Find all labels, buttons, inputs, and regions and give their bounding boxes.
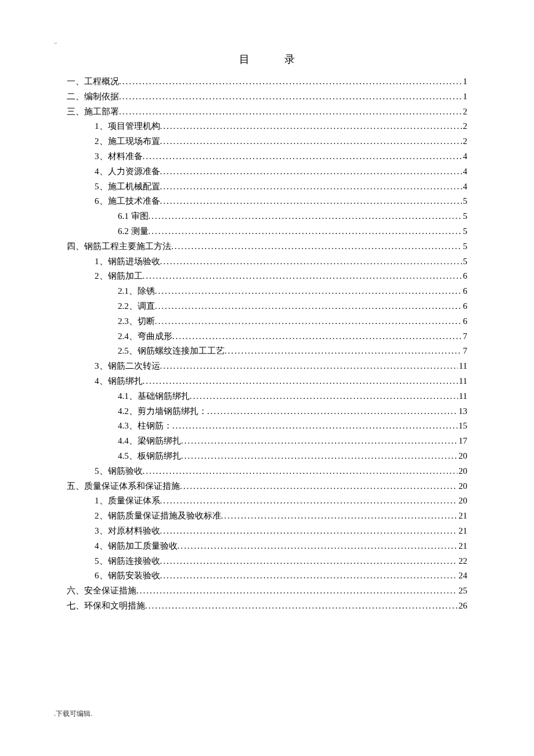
toc-leader-dots — [155, 299, 462, 314]
toc-page-number: 6 — [462, 299, 468, 314]
toc-entry: 6、钢筋安装验收24 — [67, 568, 467, 584]
toc-label: 4.3、柱钢筋： — [118, 419, 172, 434]
toc-label: 一、工程概况 — [67, 74, 119, 89]
toc-entry: 4.5、板钢筋绑扎20 — [67, 449, 467, 464]
toc-leader-dots — [181, 434, 457, 449]
toc-entry: 2.5、钢筋螺纹连接加工工艺7 — [67, 344, 467, 359]
toc-entry: 2.4、弯曲成形7 — [67, 329, 467, 344]
toc-page-number: 2 — [462, 119, 468, 134]
toc-page-number: 1 — [462, 74, 468, 89]
toc-label: 4、人力资源准备 — [95, 164, 160, 179]
toc-leader-dots — [172, 329, 462, 344]
toc-page-number: 21 — [457, 539, 467, 554]
toc-page-number: 26 — [457, 599, 467, 614]
toc-page-number: 20 — [457, 449, 467, 464]
toc-page-number: 4 — [462, 179, 468, 195]
toc-page-number: 4 — [462, 164, 468, 179]
toc-page-number: 17 — [457, 434, 467, 449]
toc-page-number: 6 — [462, 269, 468, 284]
toc-page-number: 4 — [462, 149, 468, 164]
toc-leader-dots — [145, 599, 457, 614]
toc-leader-dots — [119, 89, 462, 105]
toc-leader-dots — [143, 464, 458, 479]
toc-label: 6.1 审图 — [118, 209, 149, 224]
toc-entry: 5、施工机械配置4 — [67, 179, 467, 195]
toc-leader-dots — [160, 119, 462, 134]
toc-label: 2、钢筋加工 — [95, 269, 143, 284]
page-marker: .. — [54, 38, 57, 45]
toc-label: 2.5、钢筋螺纹连接加工工艺 — [118, 344, 225, 359]
toc-entry: 4.3、柱钢筋：15 — [67, 419, 467, 434]
toc-label: 五、质量保证体系和保证措施 — [67, 479, 180, 494]
toc-entry: 3、对原材料验收21 — [67, 524, 467, 539]
toc-label: 6、钢筋安装验收 — [95, 568, 160, 584]
toc-label: 3、对原材料验收 — [95, 524, 160, 539]
toc-leader-dots — [149, 209, 462, 224]
toc-entry: 5、钢筋验收20 — [67, 464, 467, 479]
toc-page-number: 11 — [458, 359, 467, 374]
toc-page-number: 13 — [457, 404, 467, 419]
toc-leader-dots — [160, 194, 462, 209]
toc-entry: 五、质量保证体系和保证措施20 — [67, 479, 467, 494]
toc-entry: 6.2 测量5 — [67, 224, 467, 239]
toc-leader-dots — [160, 164, 462, 179]
toc-page-number: 6 — [462, 314, 468, 329]
toc-entry: 1、质量保证体系20 — [67, 494, 467, 509]
toc-page-number: 11 — [458, 389, 467, 404]
toc-label: 6、施工技术准备 — [95, 194, 160, 209]
toc-leader-dots — [178, 539, 458, 554]
toc-label: 4.4、梁钢筋绑扎 — [118, 434, 181, 449]
toc-label: 2、施工现场布置 — [95, 134, 160, 149]
toc-entry: 4、钢筋加工质量验收21 — [67, 539, 467, 554]
toc-page-number: 6 — [462, 284, 468, 299]
footer-text: .下载可编辑. — [54, 709, 92, 719]
toc-entry: 二、编制依据1 — [67, 89, 467, 105]
document-content: 目录 一、工程概况1二、编制依据1三、施工部署21、项目管理机构22、施工现场布… — [0, 0, 534, 614]
toc-leader-dots — [160, 134, 462, 149]
toc-label: 1、钢筋进场验收 — [95, 254, 160, 269]
toc-page-number: 5 — [462, 209, 468, 224]
toc-page-number: 7 — [462, 329, 468, 344]
toc-page-number: 24 — [457, 568, 467, 584]
toc-leader-dots — [160, 254, 462, 269]
toc-entry: 4.2、剪力墙钢筋绑扎：13 — [67, 404, 467, 419]
toc-entry: 2.1、除锈6 — [67, 284, 467, 299]
toc-leader-dots — [181, 449, 457, 464]
toc-title: 目录 — [67, 52, 467, 66]
toc-leader-dots — [190, 389, 458, 404]
toc-label: 六、安全保证措施 — [67, 584, 136, 599]
toc-entry: 4、人力资源准备4 — [67, 164, 467, 179]
toc-entry: 2.3、切断6 — [67, 314, 467, 329]
toc-page-number: 20 — [457, 494, 467, 509]
toc-label: 4.5、板钢筋绑扎 — [118, 449, 181, 464]
toc-entry: 3、钢筋二次转运11 — [67, 359, 467, 374]
toc-page-number: 5 — [462, 224, 468, 239]
toc-leader-dots — [160, 554, 458, 569]
toc-label: 4.1、基础钢筋绑扎 — [118, 389, 190, 404]
toc-leader-dots — [143, 374, 458, 389]
toc-entry: 七、环保和文明措施26 — [67, 599, 467, 614]
toc-leader-dots — [160, 359, 458, 374]
toc-page-number: 1 — [462, 89, 468, 105]
toc-leader-dots — [136, 584, 457, 599]
toc-page-number: 2 — [462, 134, 468, 149]
toc-entry: 一、工程概况1 — [67, 74, 467, 89]
toc-page-number: 7 — [462, 344, 468, 359]
toc-entry: 六、安全保证措施25 — [67, 584, 467, 599]
toc-page-number: 5 — [462, 194, 468, 209]
toc-container: 一、工程概况1二、编制依据1三、施工部署21、项目管理机构22、施工现场布置23… — [67, 74, 467, 614]
toc-page-number: 20 — [457, 479, 467, 494]
toc-label: 4、钢筋绑扎 — [95, 374, 143, 389]
toc-leader-dots — [160, 524, 458, 539]
toc-entry: 4.4、梁钢筋绑扎17 — [67, 434, 467, 449]
toc-leader-dots — [221, 509, 458, 524]
toc-entry: 2、施工现场布置2 — [67, 134, 467, 149]
toc-leader-dots — [155, 284, 462, 299]
toc-label: 5、施工机械配置 — [95, 179, 160, 195]
toc-leader-dots — [160, 494, 458, 509]
toc-leader-dots — [207, 404, 457, 419]
toc-leader-dots — [225, 344, 462, 359]
toc-label: 4、钢筋加工质量验收 — [95, 539, 178, 554]
toc-label: 3、钢筋二次转运 — [95, 359, 160, 374]
toc-page-number: 2 — [462, 105, 468, 120]
